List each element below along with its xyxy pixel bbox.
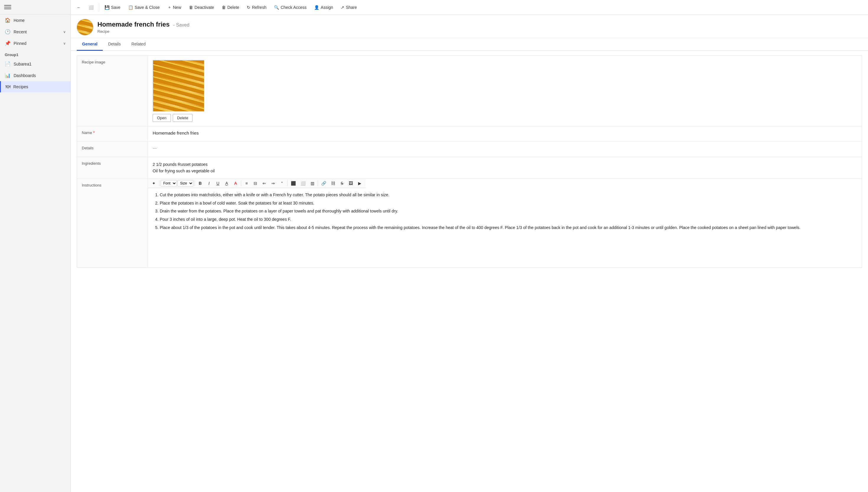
image-delete-button[interactable]: Delete bbox=[173, 114, 193, 122]
rte-strikethrough-button[interactable]: S̶ bbox=[338, 180, 346, 187]
instructions-content[interactable]: Cut the potatoes into matchsticks, eithe… bbox=[148, 188, 805, 236]
rte-separator-5 bbox=[318, 180, 318, 186]
sidebar: 🏠 Home 🕐 Recent ∨ 📌 Pinned ∨ Group1 📄 Su… bbox=[0, 0, 71, 492]
check-access-icon: 🔍 bbox=[274, 5, 279, 10]
share-button[interactable]: ↗ Share bbox=[337, 3, 360, 11]
record-info: Homemade french fries - Saved Recipe bbox=[97, 21, 190, 34]
ingredients-value: 2 1/2 pounds Russet potatoes Oil for fry… bbox=[148, 157, 862, 178]
check-access-button[interactable]: 🔍 Check Access bbox=[270, 3, 310, 11]
rte-clear-formatting-button[interactable]: ✦ bbox=[150, 180, 158, 187]
share-icon: ↗ bbox=[341, 5, 344, 10]
rte-image-button[interactable]: 🖼 bbox=[346, 180, 355, 187]
record-subtitle: Recipe bbox=[97, 29, 190, 34]
new-button[interactable]: ＋ New bbox=[164, 3, 185, 12]
subarea-icon: 📄 bbox=[5, 61, 10, 67]
rte-increase-indent-button[interactable]: ⇒ bbox=[269, 180, 277, 187]
rte-blockquote-button[interactable]: " bbox=[278, 180, 286, 187]
rte-toolbar: ✦ Font Size B I U A̲ A bbox=[148, 179, 365, 188]
recent-expander-icon: ∨ bbox=[63, 30, 66, 34]
details-label: Details bbox=[77, 142, 148, 157]
record-title: Homemade french fries bbox=[97, 21, 170, 28]
rte-highlight-button[interactable]: A̲ bbox=[223, 180, 231, 187]
refresh-button[interactable]: ↻ Refresh bbox=[243, 3, 270, 11]
rte-align-right-button[interactable]: ▥ bbox=[308, 180, 316, 187]
required-indicator: * bbox=[93, 130, 95, 135]
instructions-row: Instructions ✦ Font Size B bbox=[77, 179, 862, 267]
rte-underline-button[interactable]: U bbox=[214, 180, 222, 187]
tab-details[interactable]: Details bbox=[103, 38, 126, 51]
rte-italic-button[interactable]: I bbox=[205, 180, 213, 187]
rte-numbered-list-button[interactable]: ⊟ bbox=[251, 180, 260, 187]
rte-unlink-button[interactable]: ⛓ bbox=[329, 180, 337, 187]
delete-button[interactable]: 🗑 Delete bbox=[218, 3, 243, 11]
recent-icon: 🕐 bbox=[5, 29, 10, 34]
image-buttons: Open Delete bbox=[153, 114, 193, 122]
sidebar-item-subarea1[interactable]: 📄 Subarea1 bbox=[0, 58, 71, 70]
sidebar-item-pinned[interactable]: 📌 Pinned ∨ bbox=[0, 38, 71, 49]
popout-icon: ⬜ bbox=[89, 5, 94, 10]
rte-bullet-list-button[interactable]: ≡ bbox=[242, 180, 251, 187]
back-button[interactable]: ← bbox=[73, 3, 85, 11]
rte-size-select[interactable]: Size bbox=[177, 180, 193, 187]
dashboards-icon: 📊 bbox=[5, 73, 10, 78]
record-title-row: Homemade french fries - Saved bbox=[97, 21, 190, 28]
sidebar-item-recipes[interactable]: 🍽 Recipes bbox=[0, 81, 71, 92]
home-icon: 🏠 bbox=[5, 18, 10, 23]
assign-button[interactable]: 👤 Assign bbox=[311, 3, 337, 11]
recipes-icon: 🍽 bbox=[6, 84, 10, 90]
details-row: Details --- bbox=[77, 142, 862, 157]
details-value: --- bbox=[148, 142, 862, 157]
content-area: Recipe image Open Delete Name * bbox=[71, 51, 868, 492]
form-section: Recipe image Open Delete Name * bbox=[77, 55, 862, 268]
image-content: Open Delete bbox=[148, 56, 862, 126]
group-label: Group1 bbox=[0, 49, 71, 58]
save-close-button[interactable]: 📋 Save & Close bbox=[125, 3, 163, 11]
instructions-label: Instructions bbox=[77, 179, 148, 267]
rte-align-center-button[interactable]: ⬜ bbox=[298, 180, 308, 187]
instructions-value: ✦ Font Size B I U A̲ A bbox=[148, 179, 862, 267]
rte-font-color-button[interactable]: A bbox=[232, 180, 240, 187]
tabs: General Details Related bbox=[71, 38, 868, 51]
delete-icon: 🗑 bbox=[222, 5, 226, 10]
name-label: Name * bbox=[77, 126, 148, 141]
deactivate-icon: 🗑 bbox=[189, 5, 193, 10]
image-open-button[interactable]: Open bbox=[153, 114, 171, 122]
save-icon: 💾 bbox=[104, 5, 110, 10]
hamburger-menu-button[interactable] bbox=[4, 3, 11, 10]
record-header: Homemade french fries - Saved Recipe bbox=[71, 15, 868, 38]
ingredients-row: Ingredients 2 1/2 pounds Russet potatoes… bbox=[77, 157, 862, 179]
toolbar: ← ⬜ 💾 Save 📋 Save & Close ＋ New 🗑 Deacti… bbox=[71, 0, 868, 15]
rte-font-select[interactable]: Font bbox=[161, 180, 177, 187]
save-close-icon: 📋 bbox=[128, 5, 133, 10]
assign-icon: 👤 bbox=[314, 5, 319, 10]
name-row: Name * Homemade french fries bbox=[77, 126, 862, 142]
rte-bold-button[interactable]: B bbox=[196, 180, 204, 187]
name-value: Homemade french fries bbox=[148, 126, 862, 141]
refresh-icon: ↻ bbox=[247, 5, 250, 10]
sidebar-item-dashboards[interactable]: 📊 Dashboards bbox=[0, 70, 71, 81]
main-content: ← ⬜ 💾 Save 📋 Save & Close ＋ New 🗑 Deacti… bbox=[71, 0, 868, 492]
avatar bbox=[77, 19, 93, 35]
image-row: Recipe image Open Delete bbox=[77, 56, 862, 126]
tab-related[interactable]: Related bbox=[126, 38, 151, 51]
sidebar-item-home[interactable]: 🏠 Home bbox=[0, 15, 71, 26]
tab-general[interactable]: General bbox=[77, 38, 103, 51]
image-label: Recipe image bbox=[77, 56, 148, 126]
record-saved-status: - Saved bbox=[173, 22, 189, 27]
ingredients-label: Ingredients bbox=[77, 157, 148, 178]
rte-more-button[interactable]: ▶ bbox=[356, 180, 364, 187]
back-icon: ← bbox=[77, 5, 81, 10]
rte-link-button[interactable]: 🔗 bbox=[319, 180, 328, 187]
rte-separator-4 bbox=[287, 180, 288, 186]
rte-decrease-indent-button[interactable]: ⇐ bbox=[260, 180, 268, 187]
sidebar-header bbox=[0, 0, 71, 15]
deactivate-button[interactable]: 🗑 Deactivate bbox=[186, 3, 218, 11]
rte-align-left-button[interactable]: ⬛ bbox=[289, 180, 298, 187]
rte-separator-3 bbox=[241, 180, 241, 186]
popout-button[interactable]: ⬜ bbox=[85, 3, 97, 11]
recipe-image[interactable] bbox=[153, 60, 204, 112]
save-button[interactable]: 💾 Save bbox=[101, 3, 124, 11]
pinned-expander-icon: ∨ bbox=[63, 41, 66, 46]
sidebar-item-recent[interactable]: 🕐 Recent ∨ bbox=[0, 26, 71, 38]
rte-separator-1 bbox=[159, 180, 160, 186]
